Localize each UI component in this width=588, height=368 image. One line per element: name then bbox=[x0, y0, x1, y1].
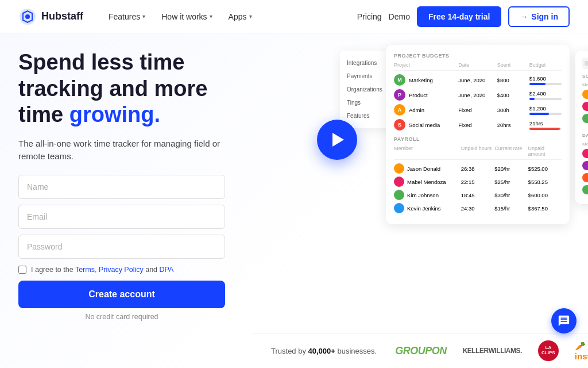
project-budgets-card: PROJECT BUDGETS ProjectDateSpentBudget M… bbox=[386, 45, 570, 224]
nav-demo[interactable]: Demo bbox=[389, 12, 410, 21]
password-input[interactable] bbox=[18, 235, 225, 259]
navbar: Hubstaff Features ▾ How it works ▾ Apps … bbox=[0, 0, 588, 33]
trusted-section: Trusted by 40,000+ businesses. GROUPON K… bbox=[253, 333, 588, 368]
free-trial-button[interactable]: Free 14-day trial bbox=[417, 6, 501, 27]
logo-text: Hubstaff bbox=[41, 10, 83, 22]
schedules-member-label: Member bbox=[582, 82, 588, 87]
name-input[interactable] bbox=[18, 175, 225, 199]
play-icon bbox=[332, 133, 344, 147]
features-chevron-icon: ▾ bbox=[142, 13, 145, 20]
nav-features[interactable]: Features ▾ bbox=[102, 9, 152, 25]
instacart-logo: 🥕 instacart bbox=[575, 341, 588, 361]
email-field-group bbox=[18, 205, 283, 229]
daily-limits-title: DAILY LIMITS bbox=[582, 133, 588, 138]
daily-limits-section: DAILY LIMITS Member Dollie Berry Mabel M… bbox=[582, 133, 588, 194]
payroll-row: Jason Donald 26:38$20/hr$525.00 bbox=[394, 163, 562, 174]
table-row: MMarketing June, 2020$800 $1,600 bbox=[394, 74, 562, 86]
email-input[interactable] bbox=[18, 205, 225, 229]
nav-apps[interactable]: Apps ▾ bbox=[222, 9, 259, 25]
password-field-group bbox=[18, 235, 283, 259]
brand-logos: GROUPON KELLERWILLIAMS. LACLIPS 🥕 instac… bbox=[395, 340, 588, 361]
payroll-title: PAYROLL bbox=[394, 136, 562, 142]
schedules-section: SCHEDULES Member James Smith Dollie Berr… bbox=[582, 74, 588, 123]
terms-link[interactable]: Terms bbox=[75, 266, 95, 274]
nav-pricing[interactable]: Pricing bbox=[357, 12, 382, 21]
hubstaff-logo-icon bbox=[18, 7, 37, 26]
table-row: SSocial media Fixed20hrs 21hrs bbox=[394, 119, 562, 131]
dashboard-container: Integrations Payments Organizations Ting… bbox=[294, 45, 588, 292]
daily-limit-row: Rose Austin bbox=[582, 173, 588, 182]
schedule-member-row: Cameron Mitche bbox=[582, 114, 588, 123]
dpa-link[interactable]: DPA bbox=[160, 266, 174, 274]
no-credit-text: No credit card required bbox=[18, 313, 225, 321]
nav-right-items: Pricing Demo Free 14-day trial → Sign in bbox=[357, 6, 570, 27]
apps-chevron-icon: ▾ bbox=[249, 13, 252, 20]
hero-subtitle: The all-in-one work time tracker for man… bbox=[18, 137, 237, 163]
svg-point-1 bbox=[25, 14, 30, 19]
create-account-button[interactable]: Create account bbox=[18, 281, 225, 308]
how-it-works-chevron-icon: ▾ bbox=[210, 13, 212, 20]
payroll-table-header: MemberUnpaid hoursCurrent rateUnpaid amo… bbox=[394, 145, 562, 160]
project-table-header: ProjectDateSpentBudget bbox=[394, 62, 562, 71]
daily-limit-row: Mabel Mendoza bbox=[582, 161, 588, 170]
clippers-logo: LACLIPS bbox=[538, 340, 559, 361]
chat-bubble-button[interactable] bbox=[551, 308, 577, 334]
schedules-card: SCHEDULES Member James Smith Dollie Berr… bbox=[575, 51, 588, 204]
main-content: Spend less time tracking and more time g… bbox=[0, 33, 588, 368]
daily-limit-row: Kim Johnson bbox=[582, 185, 588, 194]
schedules-title: SCHEDULES bbox=[582, 74, 588, 79]
payroll-row: Kim Johnson 18:45$30/hr$600.00 bbox=[394, 190, 562, 200]
dashboard-preview: Integrations Payments Organizations Ting… bbox=[283, 33, 588, 368]
table-row: PProduct June, 2020$400 $2,400 bbox=[394, 89, 562, 101]
name-field-group bbox=[18, 175, 283, 199]
daily-limits-member-label: Member bbox=[582, 141, 588, 147]
payroll-section: PAYROLL MemberUnpaid hoursCurrent rateUn… bbox=[394, 136, 562, 213]
signin-icon: → bbox=[520, 12, 528, 21]
trusted-text: Trusted by 40,000+ businesses. bbox=[271, 347, 377, 355]
schedule-member-row: Dollie Berry bbox=[582, 102, 588, 111]
groupon-logo: GROUPON bbox=[395, 345, 447, 357]
schedule-member-row: James Smith bbox=[582, 90, 588, 99]
table-row: AAdmin Fixed300h $1,200 bbox=[394, 104, 562, 116]
hero-left: Spend less time tracking and more time g… bbox=[18, 33, 283, 368]
play-button[interactable] bbox=[317, 120, 357, 160]
payroll-row: Mabel Mendoza 22:15$25/hr$558.25 bbox=[394, 177, 562, 187]
chat-icon bbox=[558, 315, 570, 327]
nav-left-items: Features ▾ How it works ▾ Apps ▾ bbox=[102, 9, 357, 25]
privacy-link[interactable]: Privacy Policy bbox=[99, 266, 144, 274]
mini-chart bbox=[582, 57, 588, 69]
keller-williams-logo: KELLERWILLIAMS. bbox=[463, 347, 522, 355]
terms-label: I agree to the Terms, Privacy Policy and… bbox=[31, 266, 173, 274]
project-budgets-title: PROJECT BUDGETS bbox=[394, 53, 562, 59]
hero-title: Spend less time tracking and more time g… bbox=[18, 49, 283, 128]
logo[interactable]: Hubstaff bbox=[18, 7, 83, 26]
terms-checkbox-row: I agree to the Terms, Privacy Policy and… bbox=[18, 266, 283, 274]
payroll-row: Kevin Jenkins 24:30$15/hr$367.50 bbox=[394, 203, 562, 213]
signin-button[interactable]: → Sign in bbox=[508, 6, 570, 27]
nav-how-it-works[interactable]: How it works ▾ bbox=[154, 9, 219, 25]
terms-checkbox[interactable] bbox=[18, 266, 26, 274]
daily-limit-row: Dollie Berry bbox=[582, 149, 588, 158]
